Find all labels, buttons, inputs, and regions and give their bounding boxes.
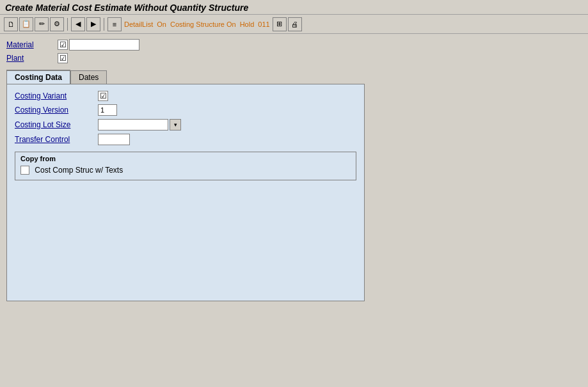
toolbar-text-1: DetailList	[124, 20, 153, 28]
costing-version-row: Costing Version	[15, 104, 356, 116]
toolbar-text-2: On	[157, 20, 166, 28]
costing-version-input[interactable]	[98, 104, 117, 116]
toolbar-text-3: Costing Structure On	[170, 20, 236, 28]
back-button[interactable]: ◀	[71, 17, 85, 31]
forward-button[interactable]: ▶	[86, 17, 100, 31]
plant-checkbox[interactable]: ☑	[58, 53, 68, 63]
copy-from-section: Copy from Cost Comp Struc w/ Texts	[15, 152, 356, 180]
print-button[interactable]: 🖨	[288, 17, 302, 31]
costing-variant-checkbox[interactable]: ☑	[98, 91, 108, 101]
costing-version-label[interactable]: Costing Version	[15, 106, 98, 115]
main-content: Material ☑ Plant ☑ Costing Data Dates Co…	[0, 34, 588, 306]
material-label[interactable]: Material	[6, 40, 58, 49]
settings-button[interactable]: ⚙	[50, 17, 64, 31]
plant-label[interactable]: Plant	[6, 54, 58, 63]
list-button[interactable]: ≡	[107, 17, 122, 31]
costing-lot-size-label[interactable]: Costing Lot Size	[15, 120, 98, 129]
costing-data-panel: Costing Variant ☑ Costing Version Costin…	[6, 84, 365, 301]
cost-comp-struc-row: Cost Comp Struc w/ Texts	[20, 165, 351, 175]
tab-costing-data[interactable]: Costing Data	[6, 70, 70, 84]
separator-1	[67, 18, 68, 31]
plant-row: Plant ☑	[6, 53, 582, 63]
toolbar: 🗋 📋 ✏ ⚙ ◀ ▶ ≡ DetailList On Costing Stru…	[0, 15, 588, 34]
cost-comp-label: Cost Comp Struc w/ Texts	[35, 166, 123, 175]
page-title: Create Material Cost Estimate Without Qu…	[5, 3, 583, 13]
material-checkbox[interactable]: ☑	[58, 40, 68, 50]
open-button[interactable]: 📋	[19, 17, 33, 31]
costing-lot-size-row: Costing Lot Size ▾	[15, 119, 356, 130]
title-bar: Create Material Cost Estimate Without Qu…	[0, 0, 588, 15]
edit-button[interactable]: ✏	[35, 17, 49, 31]
tab-bar: Costing Data Dates	[6, 70, 582, 84]
transfer-control-row: Transfer Control	[15, 134, 356, 145]
costing-lot-size-input[interactable]	[98, 119, 168, 130]
cost-comp-checkbox[interactable]	[20, 166, 29, 175]
toolbar-text-011: 011	[258, 20, 269, 28]
costing-lot-size-btn[interactable]: ▾	[170, 119, 181, 130]
tab-container: Costing Data Dates Costing Variant ☑ Cos…	[6, 70, 582, 301]
material-row: Material ☑	[6, 39, 582, 51]
transfer-control-label[interactable]: Transfer Control	[15, 135, 98, 144]
separator-2	[104, 18, 104, 31]
costing-variant-label[interactable]: Costing Variant	[15, 91, 98, 100]
new-button[interactable]: 🗋	[4, 17, 18, 31]
copy-from-title: Copy from	[20, 155, 351, 162]
toolbar-text-hold: Hold	[240, 20, 255, 28]
tab-dates[interactable]: Dates	[70, 70, 107, 84]
transfer-control-input[interactable]	[98, 134, 130, 145]
material-input[interactable]	[69, 39, 139, 51]
costing-variant-row: Costing Variant ☑	[15, 91, 356, 101]
grid-button[interactable]: ⊞	[273, 17, 287, 31]
